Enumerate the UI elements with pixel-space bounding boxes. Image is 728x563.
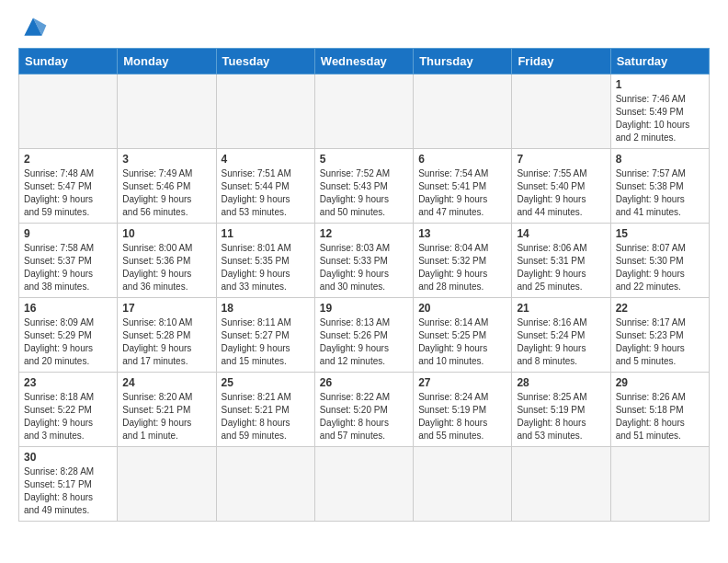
day-info: Sunrise: 8:04 AM Sunset: 5:32 PM Dayligh… [418, 242, 506, 293]
day-number: 29 [616, 376, 704, 389]
calendar-cell: 13Sunrise: 8:04 AM Sunset: 5:32 PM Dayli… [414, 224, 512, 298]
calendar-cell [512, 75, 610, 149]
logo-icon [18, 15, 48, 40]
day-info: Sunrise: 8:00 AM Sunset: 5:36 PM Dayligh… [122, 242, 210, 293]
calendar-cell: 20Sunrise: 8:14 AM Sunset: 5:25 PM Dayli… [414, 298, 512, 373]
day-number: 27 [418, 376, 506, 389]
logo [18, 15, 51, 40]
calendar-cell: 27Sunrise: 8:24 AM Sunset: 5:19 PM Dayli… [414, 373, 512, 447]
calendar-cell: 18Sunrise: 8:11 AM Sunset: 5:27 PM Dayli… [216, 298, 314, 373]
calendar-cell: 6Sunrise: 7:54 AM Sunset: 5:41 PM Daylig… [414, 149, 512, 224]
day-info: Sunrise: 7:52 AM Sunset: 5:43 PM Dayligh… [320, 167, 408, 219]
day-info: Sunrise: 8:10 AM Sunset: 5:28 PM Dayligh… [122, 316, 210, 368]
day-info: Sunrise: 7:48 AM Sunset: 5:47 PM Dayligh… [24, 167, 112, 219]
header [18, 15, 710, 40]
day-number: 17 [122, 302, 210, 315]
calendar-cell: 1Sunrise: 7:46 AM Sunset: 5:49 PM Daylig… [610, 75, 709, 149]
calendar-cell [414, 447, 512, 522]
calendar-cell: 3Sunrise: 7:49 AM Sunset: 5:46 PM Daylig… [118, 149, 216, 224]
day-number: 22 [616, 302, 704, 315]
day-info: Sunrise: 8:24 AM Sunset: 5:19 PM Dayligh… [418, 391, 506, 442]
weekday-header-tuesday: Tuesday [216, 49, 314, 75]
weekday-header-row: SundayMondayTuesdayWednesdayThursdayFrid… [19, 49, 710, 75]
calendar-cell: 25Sunrise: 8:21 AM Sunset: 5:21 PM Dayli… [216, 373, 314, 447]
day-info: Sunrise: 8:03 AM Sunset: 5:33 PM Dayligh… [320, 242, 408, 293]
calendar-cell: 26Sunrise: 8:22 AM Sunset: 5:20 PM Dayli… [314, 373, 413, 447]
day-info: Sunrise: 8:22 AM Sunset: 5:20 PM Dayligh… [320, 391, 408, 442]
calendar-cell: 17Sunrise: 8:10 AM Sunset: 5:28 PM Dayli… [118, 298, 216, 373]
day-number: 21 [517, 302, 605, 315]
day-info: Sunrise: 8:11 AM Sunset: 5:27 PM Dayligh… [222, 316, 310, 368]
day-info: Sunrise: 8:07 AM Sunset: 5:30 PM Dayligh… [616, 242, 704, 293]
day-number: 5 [320, 153, 408, 166]
day-number: 4 [222, 153, 310, 166]
day-info: Sunrise: 8:06 AM Sunset: 5:31 PM Dayligh… [517, 242, 605, 293]
calendar-cell: 28Sunrise: 8:25 AM Sunset: 5:19 PM Dayli… [512, 373, 610, 447]
calendar-cell: 19Sunrise: 8:13 AM Sunset: 5:26 PM Dayli… [314, 298, 413, 373]
day-number: 25 [222, 376, 310, 389]
day-number: 26 [320, 376, 408, 389]
weekday-header-monday: Monday [118, 49, 216, 75]
calendar-cell: 16Sunrise: 8:09 AM Sunset: 5:29 PM Dayli… [19, 298, 118, 373]
day-info: Sunrise: 7:51 AM Sunset: 5:44 PM Dayligh… [222, 167, 310, 219]
day-info: Sunrise: 8:13 AM Sunset: 5:26 PM Dayligh… [320, 316, 408, 368]
calendar-cell [314, 447, 413, 522]
calendar-cell: 24Sunrise: 8:20 AM Sunset: 5:21 PM Dayli… [118, 373, 216, 447]
calendar-cell: 7Sunrise: 7:55 AM Sunset: 5:40 PM Daylig… [512, 149, 610, 224]
day-info: Sunrise: 7:49 AM Sunset: 5:46 PM Dayligh… [122, 167, 210, 219]
calendar-cell: 8Sunrise: 7:57 AM Sunset: 5:38 PM Daylig… [610, 149, 709, 224]
day-number: 9 [24, 227, 112, 240]
day-number: 19 [320, 302, 408, 315]
day-number: 30 [24, 451, 112, 464]
calendar-cell: 21Sunrise: 8:16 AM Sunset: 5:24 PM Dayli… [512, 298, 610, 373]
page: SundayMondayTuesdayWednesdayThursdayFrid… [0, 0, 728, 536]
calendar-week-1: 2Sunrise: 7:48 AM Sunset: 5:47 PM Daylig… [19, 149, 710, 224]
day-number: 24 [122, 376, 210, 389]
calendar-cell [512, 447, 610, 522]
day-number: 18 [222, 302, 310, 315]
day-number: 6 [418, 153, 506, 166]
day-number: 13 [418, 227, 506, 240]
calendar-cell: 30Sunrise: 8:28 AM Sunset: 5:17 PM Dayli… [19, 447, 118, 522]
calendar-cell [414, 75, 512, 149]
calendar-cell: 12Sunrise: 8:03 AM Sunset: 5:33 PM Dayli… [314, 224, 413, 298]
day-info: Sunrise: 7:58 AM Sunset: 5:37 PM Dayligh… [24, 242, 112, 293]
day-number: 23 [24, 376, 112, 389]
weekday-header-wednesday: Wednesday [314, 49, 413, 75]
day-info: Sunrise: 7:57 AM Sunset: 5:38 PM Dayligh… [616, 167, 704, 219]
calendar-cell: 29Sunrise: 8:26 AM Sunset: 5:18 PM Dayli… [610, 373, 709, 447]
day-number: 2 [24, 153, 112, 166]
calendar-cell [118, 447, 216, 522]
day-number: 10 [122, 227, 210, 240]
day-number: 14 [517, 227, 605, 240]
calendar-cell [314, 75, 413, 149]
day-info: Sunrise: 8:20 AM Sunset: 5:21 PM Dayligh… [122, 391, 210, 442]
calendar-week-0: 1Sunrise: 7:46 AM Sunset: 5:49 PM Daylig… [19, 75, 710, 149]
day-number: 7 [517, 153, 605, 166]
day-number: 15 [616, 227, 704, 240]
calendar-cell: 4Sunrise: 7:51 AM Sunset: 5:44 PM Daylig… [216, 149, 314, 224]
day-info: Sunrise: 8:28 AM Sunset: 5:17 PM Dayligh… [24, 465, 112, 517]
calendar-cell [610, 447, 709, 522]
day-info: Sunrise: 7:54 AM Sunset: 5:41 PM Dayligh… [418, 167, 506, 219]
calendar: SundayMondayTuesdayWednesdayThursdayFrid… [18, 48, 710, 522]
calendar-cell: 23Sunrise: 8:18 AM Sunset: 5:22 PM Dayli… [19, 373, 118, 447]
day-number: 1 [616, 78, 704, 91]
calendar-cell [118, 75, 216, 149]
day-number: 12 [320, 227, 408, 240]
day-info: Sunrise: 8:17 AM Sunset: 5:23 PM Dayligh… [616, 316, 704, 368]
calendar-cell: 11Sunrise: 8:01 AM Sunset: 5:35 PM Dayli… [216, 224, 314, 298]
day-info: Sunrise: 8:01 AM Sunset: 5:35 PM Dayligh… [222, 242, 310, 293]
day-number: 16 [24, 302, 112, 315]
calendar-week-4: 23Sunrise: 8:18 AM Sunset: 5:22 PM Dayli… [19, 373, 710, 447]
calendar-cell: 2Sunrise: 7:48 AM Sunset: 5:47 PM Daylig… [19, 149, 118, 224]
calendar-cell: 15Sunrise: 8:07 AM Sunset: 5:30 PM Dayli… [610, 224, 709, 298]
calendar-cell: 10Sunrise: 8:00 AM Sunset: 5:36 PM Dayli… [118, 224, 216, 298]
weekday-header-friday: Friday [512, 49, 610, 75]
weekday-header-sunday: Sunday [19, 49, 118, 75]
day-info: Sunrise: 8:21 AM Sunset: 5:21 PM Dayligh… [222, 391, 310, 442]
weekday-header-saturday: Saturday [610, 49, 709, 75]
calendar-cell [216, 75, 314, 149]
day-number: 28 [517, 376, 605, 389]
calendar-week-2: 9Sunrise: 7:58 AM Sunset: 5:37 PM Daylig… [19, 224, 710, 298]
